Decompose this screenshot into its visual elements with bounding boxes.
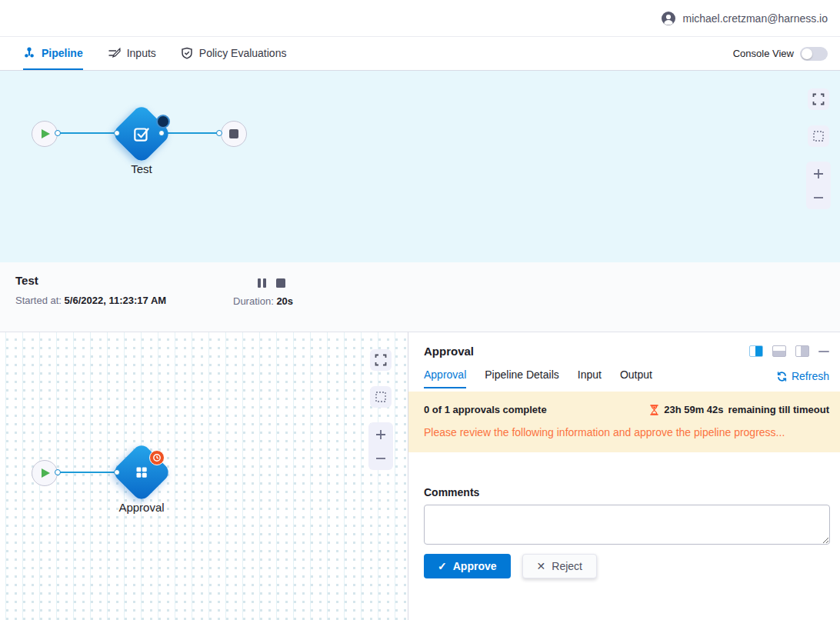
details-title: Approval	[424, 345, 474, 358]
pipeline-execution-page: michael.cretzman@harness.io Pipeline Inp…	[0, 0, 840, 620]
started-at: Started at: 5/6/2022, 11:23:17 AM	[15, 295, 166, 306]
marquee-select-button[interactable]	[808, 125, 829, 147]
console-view-toggle[interactable]	[800, 47, 828, 61]
waiting-clock-badge	[149, 450, 165, 465]
approval-node-label: Approval	[95, 501, 188, 514]
edge-start-to-test	[58, 132, 120, 134]
duration: Duration: 20s	[233, 295, 293, 307]
toggle-knob	[802, 48, 812, 59]
zoom-in-button[interactable]	[812, 168, 825, 180]
tab-inputs-label: Inputs	[127, 47, 156, 59]
refresh-label: Refresh	[792, 370, 829, 382]
details-tab-pipeline-details[interactable]: Pipeline Details	[485, 368, 559, 388]
approval-grid-icon	[132, 462, 152, 482]
approval-progress-row: 0 of 1 approvals complete 23h 59m 42s re…	[424, 404, 829, 415]
clock-icon	[152, 453, 162, 462]
edge-port	[55, 130, 61, 136]
marquee-select-button[interactable]	[370, 386, 392, 408]
duration-value: 20s	[276, 295, 293, 307]
details-tab-approval[interactable]: Approval	[424, 368, 466, 388]
started-at-label: Started at:	[15, 295, 62, 306]
zoom-out-button[interactable]	[812, 192, 825, 204]
tab-pipeline[interactable]: Pipeline	[23, 37, 83, 70]
edge-test-to-end	[163, 132, 222, 134]
tab-policy-evaluations[interactable]: Policy Evaluations	[181, 37, 287, 70]
test-check-icon	[132, 124, 152, 144]
reject-button[interactable]: ✕ Reject	[522, 554, 597, 578]
user-avatar-icon	[661, 11, 676, 26]
execution-status-bar: Test Started at: 5/6/2022, 11:23:17 AM D…	[0, 262, 840, 332]
started-at-value: 5/6/2022, 11:23:17 AM	[65, 295, 167, 306]
pipeline-graph-canvas[interactable]: Test	[0, 71, 840, 262]
marquee-icon	[375, 391, 387, 403]
reject-label: Reject	[552, 560, 582, 572]
tab-policy-evaluations-label: Policy Evaluations	[199, 47, 287, 59]
inputs-icon	[108, 47, 121, 59]
stage-graph-canvas[interactable]: Approval	[0, 332, 408, 620]
console-view-label: Console View	[733, 48, 794, 59]
approval-actions: ✓ Approve ✕ Reject	[424, 554, 831, 578]
user-menu: michael.cretzman@harness.io	[661, 11, 828, 26]
approval-step-node[interactable]	[111, 442, 172, 502]
fit-to-screen-button[interactable]	[808, 88, 829, 110]
duration-label: Duration:	[233, 295, 274, 307]
edge-start-to-approval	[58, 472, 120, 473]
refresh-icon	[776, 371, 788, 382]
top-bar: michael.cretzman@harness.io	[0, 0, 840, 37]
timeout-suffix: remaining till timeout	[728, 404, 829, 415]
panel-layout-controls	[749, 345, 829, 357]
approval-banner: 0 of 1 approvals complete 23h 59m 42s re…	[408, 392, 840, 452]
user-email: michael.cretzman@harness.io	[682, 12, 828, 25]
edge-port	[216, 130, 222, 136]
end-node[interactable]	[221, 121, 247, 147]
timeout-countdown: 23h 59m 42s remaining till timeout	[649, 404, 829, 415]
edge-port	[55, 469, 61, 475]
zoom-in-button[interactable]	[375, 428, 387, 441]
details-tab-input[interactable]: Input	[578, 368, 602, 388]
edge-port	[114, 130, 120, 136]
zoom-controls	[806, 162, 831, 209]
layout-minimized-view-icon[interactable]	[795, 345, 809, 357]
play-icon	[42, 468, 50, 478]
edge-port	[158, 130, 165, 136]
details-header: Approval	[424, 345, 829, 358]
expand-icon	[375, 354, 387, 366]
edge-port	[114, 469, 120, 475]
refresh-button[interactable]: Refresh	[776, 370, 829, 388]
details-tab-output[interactable]: Output	[620, 368, 652, 388]
details-tab-bar: Approval Pipeline Details Input Output R…	[424, 368, 829, 388]
abort-button[interactable]	[276, 278, 285, 288]
test-node-label: Test	[95, 162, 188, 175]
step-details-panel: Approval Approval Pipeline Details Input…	[408, 332, 840, 620]
timeout-value: 23h 59m 42s	[664, 404, 723, 415]
fit-to-screen-button[interactable]	[370, 349, 392, 371]
layout-bottom-view-icon[interactable]	[772, 345, 786, 357]
approvals-progress: 0 of 1 approvals complete	[424, 404, 547, 415]
approve-label: Approve	[453, 560, 497, 572]
minimize-panel-icon[interactable]	[818, 351, 829, 352]
x-icon: ✕	[537, 560, 546, 572]
tab-pipeline-label: Pipeline	[42, 47, 83, 59]
zoom-out-button[interactable]	[375, 452, 387, 465]
zoom-controls	[368, 422, 393, 470]
bottom-split: Approval Approval	[0, 332, 840, 620]
pause-button[interactable]	[258, 278, 266, 288]
execution-title: Test	[15, 274, 38, 287]
tab-inputs[interactable]: Inputs	[108, 37, 156, 70]
approve-button[interactable]: ✓ Approve	[424, 554, 511, 578]
check-icon: ✓	[438, 560, 447, 572]
running-badge	[156, 115, 170, 128]
start-node[interactable]	[32, 121, 58, 147]
stage-start-node[interactable]	[32, 460, 58, 486]
view-tab-bar: Pipeline Inputs Policy Evaluations Conso…	[0, 37, 840, 71]
console-view-control: Console View	[733, 37, 828, 70]
policy-shield-check-icon	[181, 47, 193, 59]
stop-icon	[229, 129, 238, 138]
hourglass-icon	[649, 405, 659, 415]
comments-label: Comments	[424, 486, 829, 498]
comments-input[interactable]	[424, 505, 830, 545]
approval-message: Please review the following information …	[424, 426, 829, 438]
layout-right-view-icon[interactable]	[749, 345, 763, 357]
play-icon	[42, 129, 50, 138]
execution-actions	[258, 278, 285, 288]
